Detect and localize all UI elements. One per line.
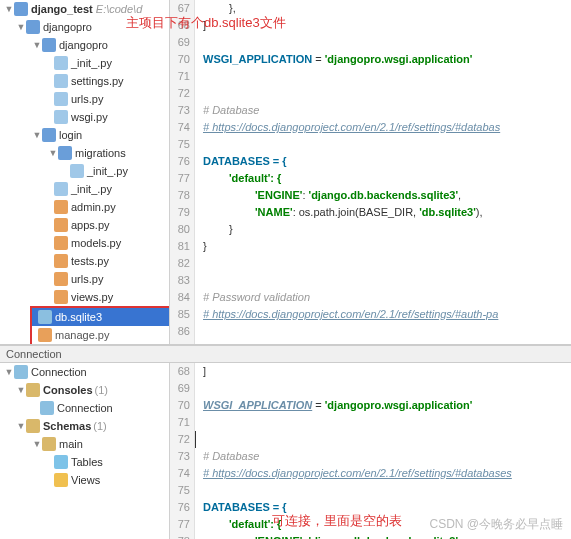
python-file-icon bbox=[70, 164, 84, 178]
schema-main[interactable]: ▼main bbox=[0, 435, 169, 453]
watermark: CSDN @今晚务必早点睡 bbox=[429, 516, 563, 533]
folder-login[interactable]: ▼login bbox=[0, 126, 169, 144]
chevron-down-icon: ▼ bbox=[32, 130, 42, 140]
database-tree[interactable]: ▼Connection ▼Consoles(1) Connection ▼Sch… bbox=[0, 363, 170, 539]
view-icon bbox=[54, 473, 68, 487]
file-tests[interactable]: tests.py bbox=[0, 252, 169, 270]
python-file-icon bbox=[54, 56, 68, 70]
python-file-icon bbox=[54, 236, 68, 250]
chevron-down-icon: ▼ bbox=[16, 22, 26, 32]
folder-djangopro-inner[interactable]: ▼djangopro bbox=[0, 36, 169, 54]
console-connection[interactable]: Connection bbox=[0, 399, 169, 417]
folder-icon bbox=[26, 419, 40, 433]
file-db-sqlite3[interactable]: db.sqlite3 bbox=[32, 308, 170, 326]
file-init2[interactable]: _init_.py bbox=[0, 162, 169, 180]
folder-migrations[interactable]: ▼migrations bbox=[0, 144, 169, 162]
file-admin[interactable]: admin.py bbox=[0, 198, 169, 216]
python-file-icon bbox=[54, 200, 68, 214]
highlight-box: db.sqlite3 manage.py bbox=[30, 306, 170, 344]
file-wsgi[interactable]: wsgi.py bbox=[0, 108, 169, 126]
project-root[interactable]: ▼django_test E:\code\d bbox=[0, 0, 169, 18]
project-tree[interactable]: ▼django_test E:\code\d ▼djangopro ▼djang… bbox=[0, 0, 170, 344]
project-path: E:\code\d bbox=[96, 3, 142, 15]
folder-icon bbox=[14, 2, 28, 16]
file-manage[interactable]: manage.py bbox=[32, 326, 170, 344]
python-file-icon bbox=[54, 218, 68, 232]
python-file-icon bbox=[54, 92, 68, 106]
python-file-icon bbox=[54, 182, 68, 196]
folder-icon bbox=[58, 146, 72, 160]
file-models[interactable]: models.py bbox=[0, 234, 169, 252]
chevron-down-icon: ▼ bbox=[4, 4, 14, 14]
chevron-down-icon: ▼ bbox=[48, 148, 58, 158]
editor-top[interactable]: }, ] WSGI_APPLICATION = 'djangopro.wsgi.… bbox=[195, 0, 571, 344]
chevron-down-icon: ▼ bbox=[32, 40, 42, 50]
python-file-icon bbox=[54, 74, 68, 88]
file-urls2[interactable]: urls.py bbox=[0, 270, 169, 288]
schema-icon bbox=[42, 437, 56, 451]
views-node[interactable]: Views bbox=[0, 471, 169, 489]
chevron-down-icon: ▼ bbox=[16, 385, 26, 395]
file-init[interactable]: _init_.py bbox=[0, 54, 169, 72]
file-views[interactable]: views.py bbox=[0, 288, 169, 306]
folder-djangopro[interactable]: ▼djangopro bbox=[0, 18, 169, 36]
chevron-down-icon: ▼ bbox=[32, 439, 42, 449]
schemas-folder[interactable]: ▼Schemas(1) bbox=[0, 417, 169, 435]
connection-root[interactable]: ▼Connection bbox=[0, 363, 169, 381]
file-apps[interactable]: apps.py bbox=[0, 216, 169, 234]
python-file-icon bbox=[54, 110, 68, 124]
folder-icon bbox=[26, 383, 40, 397]
tables-node[interactable]: Tables bbox=[0, 453, 169, 471]
folder-icon bbox=[26, 20, 40, 34]
table-icon bbox=[54, 455, 68, 469]
editor-bottom[interactable]: ] WSGI_APPLICATION = 'djangopro.wsgi.app… bbox=[195, 363, 571, 539]
file-urls[interactable]: urls.py bbox=[0, 90, 169, 108]
connection-icon bbox=[14, 365, 28, 379]
line-gutter-top: 6768697071727374757677787980818283848586 bbox=[170, 0, 195, 344]
folder-icon bbox=[42, 128, 56, 142]
file-settings[interactable]: settings.py bbox=[0, 72, 169, 90]
file-init3[interactable]: _init_.py bbox=[0, 180, 169, 198]
folder-icon bbox=[42, 38, 56, 52]
chevron-down-icon: ▼ bbox=[4, 367, 14, 377]
python-file-icon bbox=[38, 328, 52, 342]
console-icon bbox=[40, 401, 54, 415]
connection-header[interactable]: Connection bbox=[0, 345, 571, 363]
database-icon bbox=[38, 310, 52, 324]
python-file-icon bbox=[54, 254, 68, 268]
python-file-icon bbox=[54, 290, 68, 304]
line-gutter-bottom: 6869707172737475767778798081 bbox=[170, 363, 195, 539]
python-file-icon bbox=[54, 272, 68, 286]
consoles-folder[interactable]: ▼Consoles(1) bbox=[0, 381, 169, 399]
chevron-down-icon: ▼ bbox=[16, 421, 26, 431]
